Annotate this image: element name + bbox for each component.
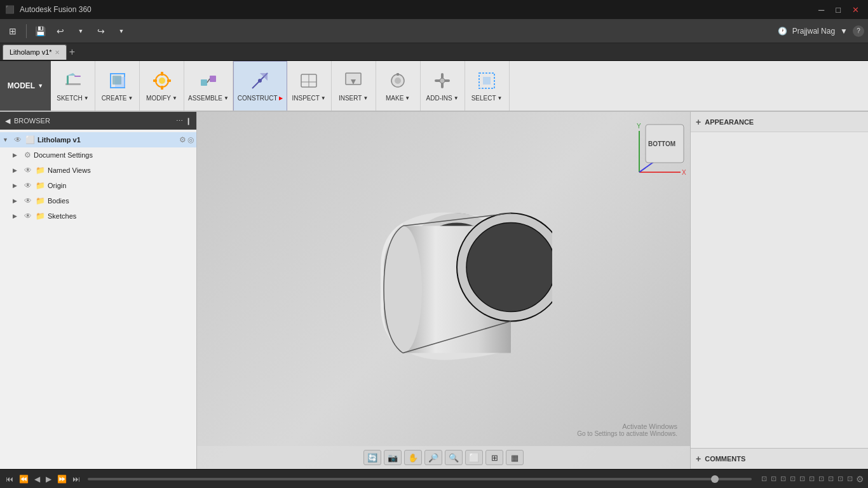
close-button[interactable]: ✕ [848,4,863,16]
make-icon [388,71,408,93]
title-bar-left: ⬛ Autodesk Fusion 360 [5,5,92,14]
view-cube[interactable]: X Y Z BOTTOM [627,118,684,175]
ribbon-addins[interactable]: ADD-INS▼ [421,61,465,111]
new-tab-button[interactable]: + [69,47,75,57]
toolbar-separator [26,24,27,38]
anim-frame1-icon[interactable]: ⊡ [760,474,768,484]
redo-button[interactable]: ↪ [92,22,110,40]
root-visibility-icon[interactable]: 👁 [14,135,22,144]
anim-frame8-icon[interactable]: ⊡ [827,474,835,484]
maximize-button[interactable]: □ [832,4,844,16]
inspect-icon [299,71,319,93]
browser-header-right: ⋯ ❙ [176,117,191,125]
anim-frame4-icon[interactable]: ⊡ [789,474,797,484]
animation-bar: ⏮ ⏪ ◀ ▶ ⏩ ⏭ ⊡ ⊡ ⊡ ⊡ ⊡ ⊡ ⊡ ⊡ ⊡ ⊡ ⚙ [0,469,868,488]
main-area: ◀ BROWSER ⋯ ❙ ▼ 👁 ⬜ Litholamp v1 ⚙ ◎ [0,112,868,469]
anim-frame5-icon[interactable]: ⊡ [798,474,806,484]
history-icon[interactable]: 🕐 [778,27,787,36]
anim-frame6-icon[interactable]: ⊡ [808,474,816,484]
save-button[interactable]: 💾 [31,22,49,40]
anim-timeline[interactable] [88,478,752,480]
anim-play-button[interactable]: ▶ [44,473,53,485]
appearance-header[interactable]: + APPEARANCE [691,112,868,132]
undo-button[interactable]: ↩ [51,22,69,40]
anim-settings-icon[interactable]: ⚙ [856,474,864,484]
undo-dropdown[interactable]: ▼ [72,22,90,40]
anim-frame9-icon[interactable]: ⊡ [836,474,844,484]
ribbon-assemble[interactable]: ASSEMBLE▼ [184,61,233,111]
anim-thumb[interactable] [711,475,719,483]
active-tab[interactable]: Litholamp v1* ✕ [3,44,67,60]
minimize-button[interactable]: ─ [815,4,828,16]
anim-frame7-icon[interactable]: ⊡ [817,474,825,484]
addins-label: ADD-INS▼ [426,95,459,102]
orbit-button[interactable]: 🔄 [363,450,381,465]
viewport[interactable]: X Y Z BOTTOM Activate Windows Go to Sett… [197,112,690,469]
tree-root[interactable]: ▼ 👁 ⬜ Litholamp v1 ⚙ ◎ [0,132,196,147]
anim-frame2-icon[interactable]: ⊡ [770,474,778,484]
ribbon-create[interactable]: CREATE▼ [95,61,140,111]
anim-frame10-icon[interactable]: ⊡ [846,474,854,484]
origin-visibility-icon[interactable]: 👁 [24,181,32,190]
root-arrow-icon: ▼ [3,137,11,143]
pan-button[interactable]: ✋ [404,450,422,465]
zoom-button[interactable]: 🔍 [445,450,463,465]
title-bar-controls: ─ □ ✕ [815,4,863,16]
named-views-label: Named Views [48,166,91,174]
user-name[interactable]: Prajjwal Nag [792,27,835,36]
root-activate-icon[interactable]: ◎ [187,135,194,144]
display-button[interactable]: ▦ [506,450,524,465]
anim-frame-icons: ⊡ ⊡ ⊡ ⊡ ⊡ ⊡ ⊡ ⊡ ⊡ ⊡ [760,474,854,484]
anim-next-end-button[interactable]: ⏭ [71,473,82,485]
appearance-plus-icon[interactable]: + [696,117,701,127]
modify-icon [152,71,172,93]
tree-bodies[interactable]: ▶ 👁 📁 Bodies [0,193,196,208]
ribbon-sketch[interactable]: SKETCH▼ [51,61,95,111]
fit-button[interactable]: ⬜ [465,450,483,465]
comments-plus-icon[interactable]: + [696,454,701,464]
zoom-in-button[interactable]: 🔎 [424,450,442,465]
anim-play-back-button[interactable]: ◀ [32,473,42,485]
browser-header-left: ◀ BROWSER [5,117,50,125]
svg-point-29 [440,78,445,83]
bottom-toolbar: 🔄 📷 ✋ 🔎 🔍 ⬜ ⊞ ▦ [197,446,690,469]
tab-close-icon[interactable]: ✕ [55,49,60,56]
redo-dropdown[interactable]: ▼ [112,22,130,40]
tree-origin[interactable]: ▶ 👁 📁 Origin [0,178,196,193]
ribbon-modify[interactable]: MODIFY▼ [140,61,184,111]
bodies-folder-icon: 📁 [36,196,45,205]
camera-button[interactable]: 📷 [384,450,402,465]
browser-collapse-icon[interactable]: ❙ [186,117,191,125]
grid-icon[interactable]: ⊞ [4,22,22,40]
bodies-visibility-icon[interactable]: 👁 [24,196,32,205]
tree-named-views[interactable]: ▶ 👁 📁 Named Views [0,163,196,178]
ribbon-select[interactable]: SELECT▼ [465,61,510,111]
browser-back-icon[interactable]: ◀ [5,117,10,125]
sketches-visibility-icon[interactable]: 👁 [24,212,32,220]
doc-settings-gear-icon: ⚙ [24,151,31,159]
anim-next-button[interactable]: ⏩ [55,473,69,485]
ribbon-make[interactable]: MAKE▼ [376,61,421,111]
svg-point-8 [159,78,165,84]
named-views-visibility-icon[interactable]: 👁 [24,166,32,175]
activate-watermark: Activate Windows Go to Settings to activ… [577,423,677,437]
tree-document-settings[interactable]: ▶ ⚙ Document Settings [0,147,196,163]
help-icon[interactable]: ? [853,25,864,37]
anim-prev-start-button[interactable]: ⏮ [4,473,15,485]
ribbon-inspect[interactable]: INSPECT▼ [287,61,332,111]
root-settings-icon[interactable]: ⚙ [179,135,186,144]
comments-header[interactable]: + COMMENTS [691,449,868,469]
anim-prev-button[interactable]: ⏪ [17,473,31,485]
model-mode-button[interactable]: MODEL ▼ [0,61,51,111]
title-bar: ⬛ Autodesk Fusion 360 ─ □ ✕ [0,0,868,19]
ribbon-insert[interactable]: INSERT▼ [332,61,376,111]
grid-view-button[interactable]: ⊞ [485,450,503,465]
ribbon-construct[interactable]: CONSTRUCT▶ [233,61,287,111]
svg-point-18 [258,79,262,83]
anim-frame3-icon[interactable]: ⊡ [779,474,787,484]
tree-sketches[interactable]: ▶ 👁 📁 Sketches [0,208,196,224]
user-dropdown-icon[interactable]: ▼ [840,27,848,36]
sketches-label: Sketches [48,212,76,220]
app-title: Autodesk Fusion 360 [20,5,92,14]
browser-filter-icon[interactable]: ⋯ [176,117,183,125]
